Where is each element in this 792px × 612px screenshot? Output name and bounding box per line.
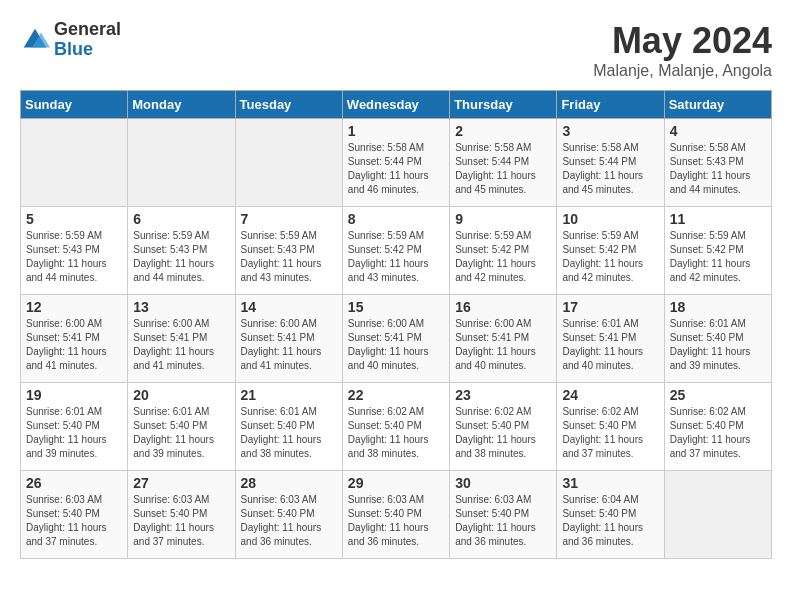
day-info: Sunrise: 6:01 AM Sunset: 5:40 PM Dayligh… (133, 405, 229, 461)
calendar-body: 1Sunrise: 5:58 AM Sunset: 5:44 PM Daylig… (21, 119, 772, 559)
day-number: 3 (562, 123, 658, 139)
day-number: 28 (241, 475, 337, 491)
day-info: Sunrise: 6:02 AM Sunset: 5:40 PM Dayligh… (562, 405, 658, 461)
day-cell: 12Sunrise: 6:00 AM Sunset: 5:41 PM Dayli… (21, 295, 128, 383)
header-monday: Monday (128, 91, 235, 119)
day-cell: 8Sunrise: 5:59 AM Sunset: 5:42 PM Daylig… (342, 207, 449, 295)
day-info: Sunrise: 6:02 AM Sunset: 5:40 PM Dayligh… (455, 405, 551, 461)
day-number: 25 (670, 387, 766, 403)
day-number: 17 (562, 299, 658, 315)
day-number: 7 (241, 211, 337, 227)
day-number: 27 (133, 475, 229, 491)
day-cell: 10Sunrise: 5:59 AM Sunset: 5:42 PM Dayli… (557, 207, 664, 295)
day-number: 30 (455, 475, 551, 491)
header-saturday: Saturday (664, 91, 771, 119)
day-number: 18 (670, 299, 766, 315)
day-info: Sunrise: 6:00 AM Sunset: 5:41 PM Dayligh… (455, 317, 551, 373)
day-number: 26 (26, 475, 122, 491)
day-info: Sunrise: 5:58 AM Sunset: 5:44 PM Dayligh… (348, 141, 444, 197)
title-block: May 2024 Malanje, Malanje, Angola (593, 20, 772, 80)
day-info: Sunrise: 6:01 AM Sunset: 5:40 PM Dayligh… (670, 317, 766, 373)
month-title: May 2024 (593, 20, 772, 62)
day-info: Sunrise: 5:58 AM Sunset: 5:44 PM Dayligh… (562, 141, 658, 197)
day-number: 31 (562, 475, 658, 491)
day-cell: 14Sunrise: 6:00 AM Sunset: 5:41 PM Dayli… (235, 295, 342, 383)
day-info: Sunrise: 5:59 AM Sunset: 5:43 PM Dayligh… (133, 229, 229, 285)
day-cell (235, 119, 342, 207)
day-cell (128, 119, 235, 207)
week-row-2: 12Sunrise: 6:00 AM Sunset: 5:41 PM Dayli… (21, 295, 772, 383)
day-cell: 22Sunrise: 6:02 AM Sunset: 5:40 PM Dayli… (342, 383, 449, 471)
week-row-1: 5Sunrise: 5:59 AM Sunset: 5:43 PM Daylig… (21, 207, 772, 295)
logo-icon (20, 25, 50, 55)
day-info: Sunrise: 6:01 AM Sunset: 5:40 PM Dayligh… (241, 405, 337, 461)
day-info: Sunrise: 6:02 AM Sunset: 5:40 PM Dayligh… (348, 405, 444, 461)
day-cell: 21Sunrise: 6:01 AM Sunset: 5:40 PM Dayli… (235, 383, 342, 471)
day-info: Sunrise: 6:00 AM Sunset: 5:41 PM Dayligh… (26, 317, 122, 373)
day-cell: 19Sunrise: 6:01 AM Sunset: 5:40 PM Dayli… (21, 383, 128, 471)
day-number: 13 (133, 299, 229, 315)
day-info: Sunrise: 6:01 AM Sunset: 5:41 PM Dayligh… (562, 317, 658, 373)
day-cell: 4Sunrise: 5:58 AM Sunset: 5:43 PM Daylig… (664, 119, 771, 207)
day-number: 23 (455, 387, 551, 403)
calendar-header: SundayMondayTuesdayWednesdayThursdayFrid… (21, 91, 772, 119)
day-cell: 7Sunrise: 5:59 AM Sunset: 5:43 PM Daylig… (235, 207, 342, 295)
logo-text: General Blue (54, 20, 121, 60)
day-number: 5 (26, 211, 122, 227)
day-number: 8 (348, 211, 444, 227)
day-cell: 5Sunrise: 5:59 AM Sunset: 5:43 PM Daylig… (21, 207, 128, 295)
day-cell: 2Sunrise: 5:58 AM Sunset: 5:44 PM Daylig… (450, 119, 557, 207)
logo-blue: Blue (54, 40, 121, 60)
day-cell: 27Sunrise: 6:03 AM Sunset: 5:40 PM Dayli… (128, 471, 235, 559)
day-info: Sunrise: 5:59 AM Sunset: 5:43 PM Dayligh… (241, 229, 337, 285)
day-cell: 17Sunrise: 6:01 AM Sunset: 5:41 PM Dayli… (557, 295, 664, 383)
day-info: Sunrise: 6:00 AM Sunset: 5:41 PM Dayligh… (348, 317, 444, 373)
day-number: 14 (241, 299, 337, 315)
day-cell: 9Sunrise: 5:59 AM Sunset: 5:42 PM Daylig… (450, 207, 557, 295)
day-info: Sunrise: 6:01 AM Sunset: 5:40 PM Dayligh… (26, 405, 122, 461)
day-cell: 11Sunrise: 5:59 AM Sunset: 5:42 PM Dayli… (664, 207, 771, 295)
day-cell: 16Sunrise: 6:00 AM Sunset: 5:41 PM Dayli… (450, 295, 557, 383)
week-row-4: 26Sunrise: 6:03 AM Sunset: 5:40 PM Dayli… (21, 471, 772, 559)
day-info: Sunrise: 5:58 AM Sunset: 5:43 PM Dayligh… (670, 141, 766, 197)
header-tuesday: Tuesday (235, 91, 342, 119)
week-row-3: 19Sunrise: 6:01 AM Sunset: 5:40 PM Dayli… (21, 383, 772, 471)
header-thursday: Thursday (450, 91, 557, 119)
day-info: Sunrise: 5:58 AM Sunset: 5:44 PM Dayligh… (455, 141, 551, 197)
day-info: Sunrise: 6:03 AM Sunset: 5:40 PM Dayligh… (241, 493, 337, 549)
day-number: 21 (241, 387, 337, 403)
day-number: 4 (670, 123, 766, 139)
day-cell: 26Sunrise: 6:03 AM Sunset: 5:40 PM Dayli… (21, 471, 128, 559)
header-friday: Friday (557, 91, 664, 119)
day-cell: 28Sunrise: 6:03 AM Sunset: 5:40 PM Dayli… (235, 471, 342, 559)
day-cell: 20Sunrise: 6:01 AM Sunset: 5:40 PM Dayli… (128, 383, 235, 471)
day-number: 9 (455, 211, 551, 227)
day-info: Sunrise: 5:59 AM Sunset: 5:42 PM Dayligh… (670, 229, 766, 285)
header-wednesday: Wednesday (342, 91, 449, 119)
page-header: General Blue May 2024 Malanje, Malanje, … (20, 20, 772, 80)
day-info: Sunrise: 6:03 AM Sunset: 5:40 PM Dayligh… (348, 493, 444, 549)
day-cell: 3Sunrise: 5:58 AM Sunset: 5:44 PM Daylig… (557, 119, 664, 207)
day-number: 10 (562, 211, 658, 227)
day-cell: 18Sunrise: 6:01 AM Sunset: 5:40 PM Dayli… (664, 295, 771, 383)
day-info: Sunrise: 6:03 AM Sunset: 5:40 PM Dayligh… (26, 493, 122, 549)
day-cell (21, 119, 128, 207)
day-cell: 15Sunrise: 6:00 AM Sunset: 5:41 PM Dayli… (342, 295, 449, 383)
day-number: 12 (26, 299, 122, 315)
day-cell: 23Sunrise: 6:02 AM Sunset: 5:40 PM Dayli… (450, 383, 557, 471)
day-info: Sunrise: 5:59 AM Sunset: 5:42 PM Dayligh… (562, 229, 658, 285)
day-info: Sunrise: 5:59 AM Sunset: 5:43 PM Dayligh… (26, 229, 122, 285)
day-number: 16 (455, 299, 551, 315)
day-number: 15 (348, 299, 444, 315)
header-sunday: Sunday (21, 91, 128, 119)
day-info: Sunrise: 6:04 AM Sunset: 5:40 PM Dayligh… (562, 493, 658, 549)
day-number: 11 (670, 211, 766, 227)
calendar-table: SundayMondayTuesdayWednesdayThursdayFrid… (20, 90, 772, 559)
day-cell: 13Sunrise: 6:00 AM Sunset: 5:41 PM Dayli… (128, 295, 235, 383)
day-number: 24 (562, 387, 658, 403)
day-cell: 30Sunrise: 6:03 AM Sunset: 5:40 PM Dayli… (450, 471, 557, 559)
logo-general: General (54, 20, 121, 40)
day-cell (664, 471, 771, 559)
day-number: 6 (133, 211, 229, 227)
day-info: Sunrise: 5:59 AM Sunset: 5:42 PM Dayligh… (455, 229, 551, 285)
